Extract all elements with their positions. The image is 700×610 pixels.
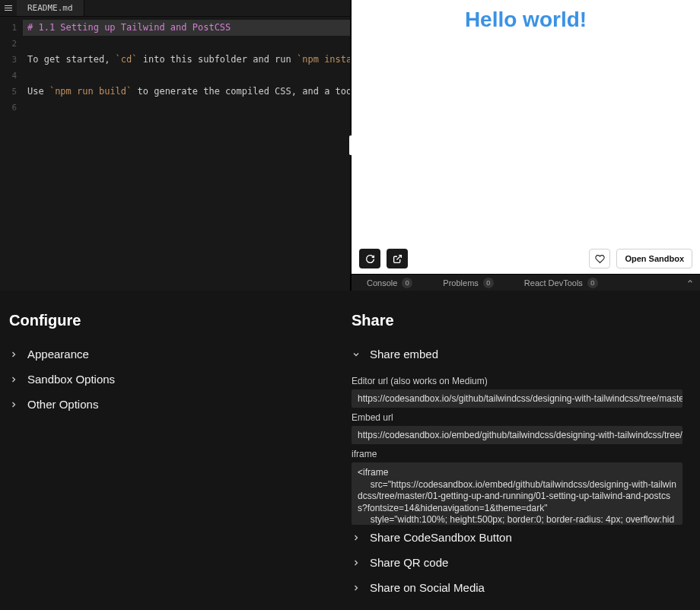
preview-toolbar: Open Sandbox [352,243,700,274]
preview-content: Hello world! [352,0,700,243]
share-item[interactable]: Share CodeSandbox Button [352,525,692,550]
chevron-down-icon [352,350,361,359]
share-item[interactable]: Share on Social Media [352,575,692,600]
configure-item-label: Other Options [27,398,98,411]
devtools-tab-label: Console [367,278,397,288]
line-number-gutter: 123456 [0,17,23,291]
configure-item[interactable]: Appearance [9,342,350,367]
editor-url-field[interactable]: https://codesandbox.io/s/github/tailwind… [352,389,682,408]
configure-item-label: Appearance [27,348,89,361]
configure-item[interactable]: Sandbox Options [9,367,350,392]
share-embed-toggle[interactable]: Share embed [352,342,692,367]
embed-url-label: Embed url [352,412,692,423]
count-badge: 0 [587,278,598,288]
chevron-right-icon [352,583,361,593]
share-item[interactable]: Share QR code [352,550,692,575]
code-editor: README.md 123456 # 1.1 Setting up Tailwi… [0,0,350,291]
chevron-right-icon [9,400,18,409]
devtools-tab-label: React DevTools [524,278,583,288]
share-item-label: Share QR code [370,556,448,569]
share-item-label: Share CodeSandbox Button [370,531,512,544]
devtools-tab[interactable]: Console0 [352,278,428,288]
preview-pane: Hello world! Open Sandbox Console0Proble… [350,0,700,291]
share-item-label: Share on Social Media [370,581,485,594]
chevron-right-icon [352,533,361,542]
editor-url-label: Editor url (also works on Medium) [352,376,692,386]
open-in-new-window-button[interactable] [387,249,408,268]
embed-url-field[interactable]: https://codesandbox.io/embed/github/tail… [352,426,682,444]
configure-item-label: Sandbox Options [27,373,115,386]
count-badge: 0 [483,278,494,288]
configure-title: Configure [9,312,350,329]
share-title: Share [352,312,692,329]
editor-tabbar: README.md [0,0,350,17]
code-content[interactable]: # 1.1 Setting up Tailwind and PostCSS To… [23,17,350,291]
like-button[interactable] [589,249,610,268]
configure-item[interactable]: Other Options [9,392,350,417]
iframe-code-field[interactable]: <iframe src="https://codesandbox.io/embe… [352,462,682,525]
preview-heading: Hello world! [465,8,587,243]
iframe-label: iframe [352,449,692,459]
refresh-button[interactable] [359,249,380,268]
count-badge: 0 [402,278,412,288]
chevron-right-icon [9,375,18,384]
devtools-panel: Console0Problems0React DevTools0 [352,274,700,291]
configure-section: Configure AppearanceSandbox OptionsOther… [8,312,350,610]
hamburger-menu-icon[interactable] [0,5,17,11]
expand-panel-icon[interactable] [686,278,694,285]
share-section: Share Share embed Editor url (also works… [350,312,692,610]
devtools-tab[interactable]: React DevTools0 [509,278,613,288]
open-sandbox-button[interactable]: Open Sandbox [616,249,692,268]
chevron-right-icon [352,558,361,567]
devtools-tab[interactable]: Problems0 [428,278,508,288]
pane-divider-handle[interactable] [349,135,352,155]
chevron-right-icon [9,350,18,359]
file-tab[interactable]: README.md [17,0,84,16]
share-embed-label: Share embed [370,348,438,361]
devtools-tab-label: Problems [443,278,478,288]
